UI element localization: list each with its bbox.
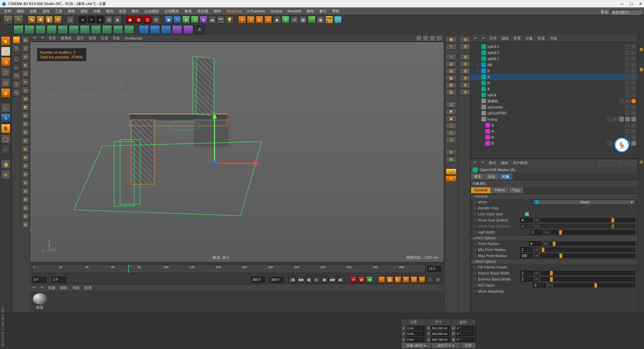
tp2-4[interactable]: ⊠	[22, 61, 29, 69]
current-frame-field[interactable]	[427, 266, 441, 272]
menu-mograph[interactable]: 运动图形	[162, 8, 181, 14]
minpr-slider[interactable]	[540, 248, 635, 252]
help-icon[interactable]: ?	[13, 45, 20, 52]
range-start[interactable]	[33, 277, 47, 283]
half-slider[interactable]	[550, 230, 635, 234]
close-button[interactable]: ✕	[639, 2, 642, 6]
half-input[interactable]	[530, 230, 543, 235]
tp2-12[interactable]: ⊞	[22, 129, 29, 136]
om-item[interactable]: –AB	[471, 62, 638, 68]
tp2-3[interactable]: ⊟	[22, 53, 29, 60]
render-region[interactable]: ▦	[135, 16, 143, 23]
tp2-5[interactable]: ◫	[22, 70, 29, 77]
viewport[interactable]: Number of emitters: 2 Total live particl…	[30, 42, 444, 262]
fill-checkbox[interactable]	[528, 265, 532, 269]
rc-1[interactable]: ▣	[446, 36, 457, 43]
keyframe-button[interactable]: ◆	[366, 276, 373, 283]
rc-4[interactable]: ▤	[446, 61, 457, 67]
rc2-6[interactable]: ⊞	[460, 75, 471, 81]
magnet-tool[interactable]: ∪	[1, 145, 10, 154]
rc-8[interactable]: ▨	[446, 89, 457, 95]
texture-mode[interactable]: ▨	[1, 47, 10, 56]
nurbs-menu[interactable]: ◉	[182, 16, 190, 23]
menu-redshift[interactable]: Redshift	[286, 8, 303, 14]
loop-select[interactable]: ∿	[13, 89, 20, 96]
goto-start[interactable]: |◀	[289, 276, 296, 283]
recent-tool[interactable]: ◻	[66, 16, 74, 23]
lock-tool[interactable]: 🔒	[1, 159, 10, 169]
record-button[interactable]: ●	[350, 276, 357, 283]
gen-9[interactable]	[102, 25, 112, 34]
keysel-r[interactable]: ⟳	[419, 276, 425, 283]
xp-icon-1[interactable]: ✦	[238, 16, 246, 23]
mat-redo-icon[interactable]: ↷	[40, 286, 43, 290]
rc-9[interactable]: ◫	[446, 101, 457, 108]
menu-sim[interactable]: 模拟	[104, 8, 115, 14]
coord-apply-btn[interactable]: 应用	[461, 342, 476, 349]
vp-display[interactable]: 显示	[76, 36, 84, 41]
xp-icon-9[interactable]: 🌳	[308, 16, 316, 23]
gen-7[interactable]	[80, 25, 90, 34]
om-item[interactable]: xpKill.1	[471, 56, 638, 62]
gen-8[interactable]	[91, 25, 101, 34]
vp-options[interactable]: 选项	[89, 36, 96, 41]
rc2-4[interactable]: ⊞	[460, 61, 471, 67]
gen-5[interactable]	[58, 25, 68, 34]
rc-angle[interactable]: ∟¹	[446, 168, 457, 175]
tp2-6[interactable]: H	[22, 78, 29, 86]
menu-select[interactable]: 选择	[40, 8, 52, 14]
live-select[interactable]: ◯	[13, 55, 20, 63]
gen-1[interactable]	[13, 25, 23, 34]
maxpr-slider[interactable]	[540, 254, 635, 258]
rc-10[interactable]: ◩	[446, 108, 457, 115]
menu-realflow[interactable]: RealFlow	[224, 8, 244, 14]
minpr-input[interactable]	[520, 247, 533, 252]
step-fwd[interactable]: |▶	[321, 276, 328, 283]
ebw-input[interactable]	[520, 277, 533, 282]
menu-tools[interactable]: 工具	[53, 8, 64, 14]
gen-11[interactable]	[124, 25, 134, 34]
menu-create[interactable]: 创建	[28, 8, 39, 14]
menu-snap[interactable]: 捕捉	[78, 8, 90, 14]
attr-nav-back[interactable]	[599, 161, 603, 165]
scene-start[interactable]	[52, 277, 66, 283]
axis-y-toggle[interactable]: Y	[88, 16, 95, 23]
mat-create[interactable]: 创建	[48, 285, 55, 290]
om-item[interactable]: B	[471, 140, 638, 146]
vse-slider[interactable]	[540, 218, 635, 222]
spline-pen[interactable]: ✎	[173, 16, 181, 23]
menu-anim[interactable]: 动画	[91, 8, 103, 14]
gen-10[interactable]	[113, 25, 123, 34]
object-manager-tree[interactable]: xpKill.3 xpKill.2 xpKill.1 –AB +B +A B A…	[471, 42, 638, 158]
tp2-8[interactable]: ▧	[22, 95, 29, 102]
deformer-menu[interactable]: ◈	[200, 16, 207, 23]
rc-11[interactable]: ▣	[446, 115, 457, 122]
edge-mode[interactable]: ◻	[1, 78, 10, 87]
vp-prorender[interactable]: ProRender	[125, 36, 143, 40]
om-item[interactable]: xpKill	[471, 92, 638, 98]
om-item[interactable]: +A	[471, 74, 638, 80]
itab-general[interactable]: General	[471, 187, 491, 194]
gen-sp1[interactable]	[139, 25, 149, 34]
pr-slider[interactable]	[549, 242, 635, 246]
tab-basic[interactable]: 基本	[471, 173, 485, 180]
render-settings[interactable]: ⚙	[152, 16, 160, 23]
tp2-2[interactable]: ⊡	[22, 45, 29, 52]
menu-help[interactable]: 帮助	[330, 8, 341, 14]
move-gizmo[interactable]	[134, 80, 262, 207]
xp-icon-5[interactable]: ◆	[273, 16, 281, 23]
coord-size-btn[interactable]: 绝对尺寸 ▾	[431, 342, 461, 349]
poly-select[interactable]: ⌇	[13, 81, 20, 88]
attr-edit[interactable]: 编辑	[501, 160, 508, 165]
vp-nav-2[interactable]	[423, 36, 428, 41]
gen-sp2[interactable]	[150, 25, 160, 34]
gen-2[interactable]	[24, 25, 35, 34]
vp-undo-icon[interactable]: ↶	[33, 36, 36, 40]
gen-def2[interactable]	[183, 25, 193, 34]
vp-nav-3[interactable]	[430, 36, 435, 41]
tp2-22[interactable]: ⊞	[22, 212, 29, 220]
select-tool[interactable]: ⬊	[28, 16, 36, 23]
render-pv[interactable]: ▤	[144, 16, 151, 23]
vp-redo-icon[interactable]: ↷	[41, 36, 44, 40]
snap-toggle[interactable]: S	[1, 124, 10, 133]
